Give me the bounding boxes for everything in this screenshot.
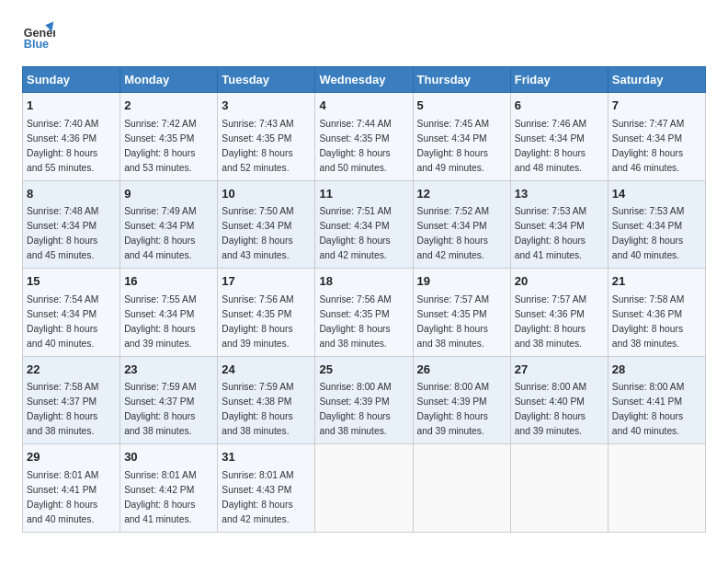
calendar-cell: 31Sunrise: 8:01 AMSunset: 4:43 PMDayligh… [218, 444, 315, 533]
day-sunset: Sunset: 4:34 PM [222, 221, 291, 231]
weekday-header-monday: Monday [120, 67, 218, 93]
day-daylight: Daylight: 8 hours and 38 minutes. [319, 324, 390, 349]
day-sunrise: Sunrise: 8:00 AM [319, 382, 391, 392]
day-number: 12 [417, 186, 506, 203]
day-sunset: Sunset: 4:34 PM [124, 309, 194, 319]
day-daylight: Daylight: 8 hours and 40 minutes. [27, 500, 97, 524]
day-number: 10 [222, 186, 311, 203]
calendar-cell [413, 444, 510, 533]
day-number: 18 [319, 273, 408, 291]
day-sunset: Sunset: 4:36 PM [612, 309, 682, 319]
day-daylight: Daylight: 8 hours and 39 minutes. [417, 411, 488, 436]
day-sunset: Sunset: 4:34 PM [612, 221, 682, 231]
day-sunrise: Sunrise: 7:58 AM [612, 294, 684, 304]
calendar-cell: 5Sunrise: 7:45 AMSunset: 4:34 PMDaylight… [413, 93, 510, 181]
day-sunrise: Sunrise: 8:01 AM [27, 470, 98, 480]
day-sunset: Sunset: 4:41 PM [27, 485, 97, 495]
day-sunset: Sunset: 4:34 PM [319, 221, 389, 231]
day-sunset: Sunset: 4:34 PM [27, 221, 97, 231]
day-number: 3 [222, 98, 311, 115]
day-number: 30 [124, 449, 213, 466]
day-sunrise: Sunrise: 7:53 AM [612, 206, 684, 216]
day-sunset: Sunset: 4:43 PM [222, 485, 291, 495]
day-number: 19 [417, 273, 506, 291]
weekday-header-saturday: Saturday [608, 67, 705, 93]
svg-text:Blue: Blue [24, 38, 49, 51]
day-number: 28 [612, 362, 701, 379]
calendar-cell: 19Sunrise: 7:57 AMSunset: 4:35 PMDayligh… [413, 269, 510, 357]
calendar-cell: 29Sunrise: 8:01 AMSunset: 4:41 PMDayligh… [23, 444, 120, 533]
day-sunset: Sunset: 4:37 PM [124, 396, 194, 407]
day-sunrise: Sunrise: 7:52 AM [417, 206, 489, 216]
calendar-cell: 25Sunrise: 8:00 AMSunset: 4:39 PMDayligh… [315, 356, 413, 444]
day-number: 7 [612, 98, 701, 115]
calendar-cell: 20Sunrise: 7:57 AMSunset: 4:36 PMDayligh… [510, 269, 608, 357]
day-number: 13 [515, 186, 604, 203]
day-sunrise: Sunrise: 7:47 AM [612, 119, 684, 129]
day-daylight: Daylight: 8 hours and 38 minutes. [417, 324, 488, 349]
day-number: 21 [612, 273, 701, 291]
calendar-cell: 7Sunrise: 7:47 AMSunset: 4:34 PMDaylight… [608, 93, 705, 181]
day-number: 20 [515, 273, 604, 291]
calendar-cell: 27Sunrise: 8:00 AMSunset: 4:40 PMDayligh… [510, 356, 608, 444]
day-daylight: Daylight: 8 hours and 44 minutes. [124, 236, 195, 260]
day-number: 22 [27, 362, 116, 379]
day-sunset: Sunset: 4:35 PM [417, 309, 487, 319]
calendar-cell: 17Sunrise: 7:56 AMSunset: 4:35 PMDayligh… [218, 269, 315, 357]
day-sunrise: Sunrise: 7:58 AM [27, 382, 98, 392]
day-sunrise: Sunrise: 7:53 AM [515, 206, 586, 216]
day-sunset: Sunset: 4:36 PM [27, 133, 97, 144]
day-number: 29 [27, 449, 116, 466]
calendar-cell: 15Sunrise: 7:54 AMSunset: 4:34 PMDayligh… [23, 269, 120, 357]
day-sunset: Sunset: 4:34 PM [612, 133, 682, 144]
day-sunset: Sunset: 4:42 PM [124, 485, 194, 495]
weekday-header-wednesday: Wednesday [315, 67, 413, 93]
calendar-cell: 2Sunrise: 7:42 AMSunset: 4:35 PMDaylight… [120, 93, 218, 181]
logo: General Blue [22, 18, 59, 52]
day-sunrise: Sunrise: 7:49 AM [124, 206, 196, 216]
day-sunrise: Sunrise: 7:57 AM [515, 294, 586, 304]
day-daylight: Daylight: 8 hours and 38 minutes. [222, 411, 292, 436]
calendar-table: SundayMondayTuesdayWednesdayThursdayFrid… [22, 66, 706, 533]
day-daylight: Daylight: 8 hours and 40 minutes. [612, 236, 683, 260]
day-sunrise: Sunrise: 7:59 AM [222, 382, 293, 392]
day-number: 23 [124, 362, 213, 379]
day-number: 16 [124, 273, 213, 291]
day-sunrise: Sunrise: 7:44 AM [319, 119, 391, 129]
day-daylight: Daylight: 8 hours and 43 minutes. [222, 236, 292, 260]
day-number: 11 [319, 186, 408, 203]
logo-icon: General Blue [22, 18, 55, 52]
day-daylight: Daylight: 8 hours and 38 minutes. [27, 411, 97, 436]
calendar-cell: 21Sunrise: 7:58 AMSunset: 4:36 PMDayligh… [608, 269, 705, 357]
day-daylight: Daylight: 8 hours and 42 minutes. [417, 236, 488, 260]
day-daylight: Daylight: 8 hours and 39 minutes. [515, 411, 586, 436]
day-sunrise: Sunrise: 8:01 AM [124, 470, 196, 480]
day-sunrise: Sunrise: 7:57 AM [417, 294, 489, 304]
day-sunrise: Sunrise: 7:43 AM [222, 119, 293, 129]
day-daylight: Daylight: 8 hours and 41 minutes. [124, 500, 195, 524]
day-sunset: Sunset: 4:35 PM [319, 133, 389, 144]
day-number: 1 [27, 98, 116, 115]
day-sunrise: Sunrise: 7:55 AM [124, 294, 196, 304]
calendar-cell: 3Sunrise: 7:43 AMSunset: 4:35 PMDaylight… [218, 93, 315, 181]
day-daylight: Daylight: 8 hours and 55 minutes. [27, 148, 97, 173]
day-sunset: Sunset: 4:41 PM [612, 396, 682, 407]
day-sunrise: Sunrise: 7:46 AM [515, 119, 586, 129]
calendar-cell: 14Sunrise: 7:53 AMSunset: 4:34 PMDayligh… [608, 180, 705, 269]
day-sunset: Sunset: 4:39 PM [319, 396, 389, 407]
calendar-cell: 12Sunrise: 7:52 AMSunset: 4:34 PMDayligh… [413, 180, 510, 269]
calendar-cell: 26Sunrise: 8:00 AMSunset: 4:39 PMDayligh… [413, 356, 510, 444]
day-sunrise: Sunrise: 7:42 AM [124, 119, 196, 129]
day-daylight: Daylight: 8 hours and 45 minutes. [27, 236, 97, 260]
weekday-header-tuesday: Tuesday [218, 67, 315, 93]
day-daylight: Daylight: 8 hours and 46 minutes. [612, 148, 683, 173]
day-number: 14 [612, 186, 701, 203]
day-sunrise: Sunrise: 8:00 AM [417, 382, 489, 392]
day-sunset: Sunset: 4:34 PM [515, 133, 585, 144]
calendar-cell: 30Sunrise: 8:01 AMSunset: 4:42 PMDayligh… [120, 444, 218, 533]
day-daylight: Daylight: 8 hours and 50 minutes. [319, 148, 390, 173]
calendar-cell [510, 444, 608, 533]
day-sunset: Sunset: 4:35 PM [222, 309, 291, 319]
day-sunrise: Sunrise: 7:54 AM [27, 294, 98, 304]
day-number: 4 [319, 98, 408, 115]
